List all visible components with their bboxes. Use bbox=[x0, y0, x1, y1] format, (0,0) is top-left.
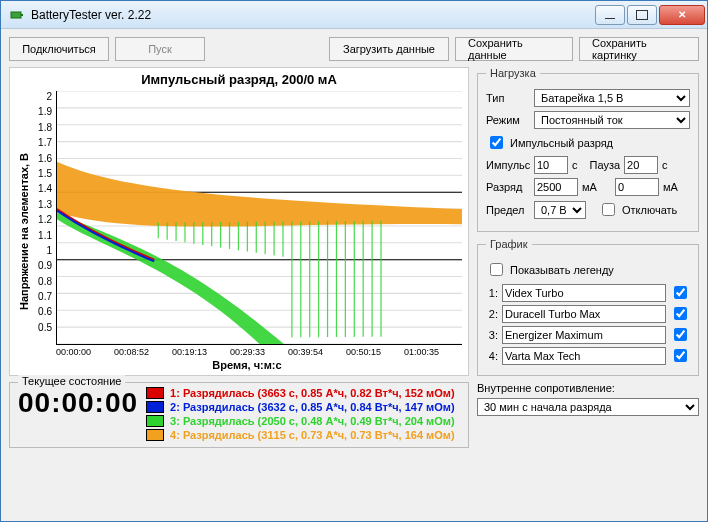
ma-label-1: мА bbox=[582, 181, 597, 193]
y-axis-label: Напряжение на элементах, В bbox=[16, 91, 32, 371]
app-icon bbox=[9, 7, 25, 23]
y-tick: 1.5 bbox=[32, 168, 52, 179]
status-legend: Текущее состояние bbox=[18, 375, 125, 387]
load-group: Нагрузка Тип Батарейка 1,5 В Режим Посто… bbox=[477, 67, 699, 232]
color-swatch bbox=[146, 429, 164, 441]
y-tick: 1.9 bbox=[32, 106, 52, 117]
limit-select[interactable]: 0,7 В bbox=[534, 201, 586, 219]
mode-select[interactable]: Постоянный ток bbox=[534, 111, 690, 129]
y-tick: 1.2 bbox=[32, 214, 52, 225]
maximize-button[interactable] bbox=[627, 5, 657, 25]
impulse-label: Импульс bbox=[486, 159, 530, 171]
series-name-input[interactable] bbox=[502, 347, 666, 365]
sec-label-1: с bbox=[572, 159, 578, 171]
x-tick: 01:00:35 bbox=[404, 347, 439, 357]
x-tick: 00:00:00 bbox=[56, 347, 91, 357]
sec-label-2: с bbox=[662, 159, 668, 171]
type-select[interactable]: Батарейка 1,5 В bbox=[534, 89, 690, 107]
show-legend-label: Показывать легенду bbox=[510, 264, 614, 276]
status-line-text: 4: Разрядилась (3115 с, 0.73 А*ч, 0.73 В… bbox=[170, 429, 454, 441]
ma-label-2: мА bbox=[663, 181, 678, 193]
pulse-checkbox[interactable] bbox=[490, 136, 503, 149]
resistance-label: Внутренне сопротивление: bbox=[477, 382, 699, 394]
show-legend-checkbox[interactable] bbox=[490, 263, 503, 276]
load-data-button[interactable]: Загрузить данные bbox=[329, 37, 449, 61]
y-tick: 1.8 bbox=[32, 122, 52, 133]
titlebar[interactable]: BatteryTester ver. 2.22 ✕ bbox=[1, 1, 707, 29]
x-ticks: 00:00:0000:08:5200:19:1300:29:3300:39:54… bbox=[32, 345, 462, 357]
color-swatch bbox=[146, 415, 164, 427]
y-ticks: 21.91.81.71.61.51.41.31.21.110.90.80.70.… bbox=[32, 91, 56, 345]
y-tick: 1.3 bbox=[32, 199, 52, 210]
series-name-input[interactable] bbox=[502, 284, 666, 302]
y-tick: 0.6 bbox=[32, 306, 52, 317]
graph-legend: График bbox=[486, 238, 532, 250]
color-swatch bbox=[146, 387, 164, 399]
minimize-button[interactable] bbox=[595, 5, 625, 25]
discharge2-input[interactable] bbox=[615, 178, 659, 196]
app-window: BatteryTester ver. 2.22 ✕ Подключиться П… bbox=[0, 0, 708, 522]
x-tick: 00:50:15 bbox=[346, 347, 381, 357]
svg-rect-1 bbox=[21, 14, 23, 16]
pause-input[interactable] bbox=[624, 156, 658, 174]
start-button[interactable]: Пуск bbox=[115, 37, 205, 61]
status-line-text: 3: Разрядилась (2050 с, 0.48 А*ч, 0.49 В… bbox=[170, 415, 454, 427]
series-name-input[interactable] bbox=[502, 326, 666, 344]
series-number: 1: bbox=[486, 287, 498, 299]
discharge-input[interactable] bbox=[534, 178, 578, 196]
mode-label: Режим bbox=[486, 114, 530, 126]
series-enable-checkbox[interactable] bbox=[674, 349, 687, 362]
series-number: 3: bbox=[486, 329, 498, 341]
x-tick: 00:29:33 bbox=[230, 347, 265, 357]
pause-label: Пауза bbox=[590, 159, 621, 171]
disconnect-label: Отключать bbox=[622, 204, 677, 216]
chart-panel: Импульсный разряд, 200/0 мА Напряжение н… bbox=[9, 67, 469, 376]
series-number: 2: bbox=[486, 308, 498, 320]
series-enable-checkbox[interactable] bbox=[674, 328, 687, 341]
window-title: BatteryTester ver. 2.22 bbox=[31, 8, 593, 22]
save-data-button[interactable]: Сохранить данные bbox=[455, 37, 573, 61]
type-label: Тип bbox=[486, 92, 530, 104]
y-tick: 0.9 bbox=[32, 260, 52, 271]
chart-title: Импульсный разряд, 200/0 мА bbox=[10, 68, 468, 91]
y-tick: 0.7 bbox=[32, 291, 52, 302]
plot-area[interactable] bbox=[56, 91, 462, 345]
y-tick: 1.1 bbox=[32, 230, 52, 241]
x-tick: 00:39:54 bbox=[288, 347, 323, 357]
disconnect-checkbox[interactable] bbox=[602, 203, 615, 216]
status-group: Текущее состояние 00:00:00 1: Разрядилас… bbox=[9, 382, 469, 448]
toolbar: Подключиться Пуск Загрузить данные Сохра… bbox=[9, 37, 699, 61]
y-tick: 1.6 bbox=[32, 153, 52, 164]
series-number: 4: bbox=[486, 350, 498, 362]
y-tick: 1 bbox=[32, 245, 52, 256]
series-enable-checkbox[interactable] bbox=[674, 307, 687, 320]
timer-display: 00:00:00 bbox=[18, 387, 138, 441]
graph-group: График Показывать легенду 1:2:3:4: bbox=[477, 238, 699, 376]
status-line-text: 2: Разрядилась (3632 с, 0.85 А*ч, 0.84 В… bbox=[170, 401, 454, 413]
y-tick: 0.8 bbox=[32, 276, 52, 287]
y-tick: 1.4 bbox=[32, 183, 52, 194]
y-tick: 1.7 bbox=[32, 137, 52, 148]
save-image-button[interactable]: Сохранить картинку bbox=[579, 37, 699, 61]
impulse-input[interactable] bbox=[534, 156, 568, 174]
x-tick: 00:19:13 bbox=[172, 347, 207, 357]
load-legend: Нагрузка bbox=[486, 67, 540, 79]
x-axis-label: Время, ч:м:с bbox=[32, 357, 462, 371]
connect-button[interactable]: Подключиться bbox=[9, 37, 109, 61]
status-line-text: 1: Разрядилась (3663 с, 0.85 А*ч, 0.82 В… bbox=[170, 387, 454, 399]
svg-rect-0 bbox=[11, 12, 21, 18]
series-name-input[interactable] bbox=[502, 305, 666, 323]
resistance-select[interactable]: 30 мин с начала разряда bbox=[477, 398, 699, 416]
limit-label: Предел bbox=[486, 204, 530, 216]
close-button[interactable]: ✕ bbox=[659, 5, 705, 25]
color-swatch bbox=[146, 401, 164, 413]
y-tick: 0.5 bbox=[32, 322, 52, 333]
discharge-label: Разряд bbox=[486, 181, 530, 193]
series-enable-checkbox[interactable] bbox=[674, 286, 687, 299]
y-tick: 2 bbox=[32, 91, 52, 102]
pulse-check-label: Импульсный разряд bbox=[510, 137, 613, 149]
x-tick: 00:08:52 bbox=[114, 347, 149, 357]
